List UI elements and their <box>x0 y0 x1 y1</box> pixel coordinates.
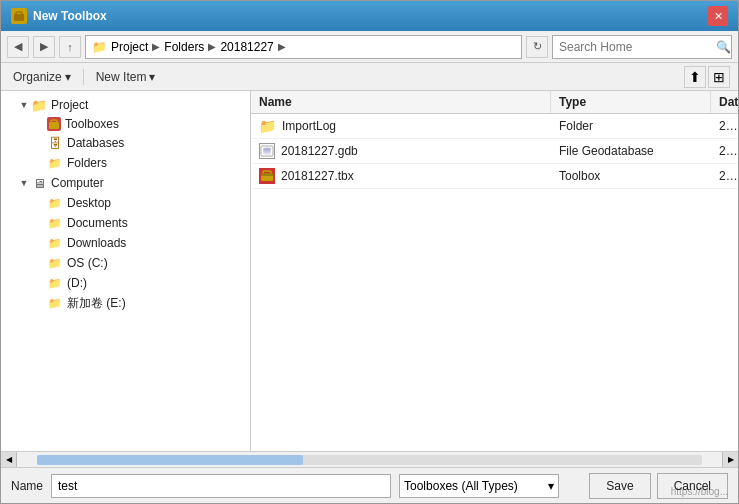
type-dropdown[interactable]: Toolboxes (All Types) ▾ <box>399 474 559 498</box>
col-header-type[interactable]: Type <box>551 91 711 113</box>
search-box: 🔍 <box>552 35 732 59</box>
project-folder-icon: 📁 <box>31 97 47 113</box>
dialog-window: New Toolbox ✕ ◀ ▶ ↑ 📁 Project ▶ Folders … <box>0 0 739 504</box>
scroll-left-button[interactable]: ◀ <box>1 452 17 467</box>
file-name-importlog: 📁 ImportLog <box>251 114 551 138</box>
sidebar-item-os-c[interactable]: 📁 OS (C:) <box>1 253 250 273</box>
organize-button[interactable]: Organize ▾ <box>9 68 75 86</box>
file-date-importlog: 2018 <box>711 115 738 137</box>
scrollbar-track[interactable] <box>37 455 702 465</box>
sidebar-item-os-c-label: OS (C:) <box>67 256 108 270</box>
dialog-title: New Toolbox <box>33 9 107 23</box>
computer-icon: 🖥 <box>31 175 47 191</box>
svg-rect-1 <box>16 12 22 15</box>
type-dropdown-label: Toolboxes (All Types) <box>404 479 518 493</box>
file-type-importlog: Folder <box>551 115 711 137</box>
file-row-gdb[interactable]: 20181227.gdb File Geodatabase 2019 <box>251 139 738 164</box>
sidebar-item-documents[interactable]: 📁 Documents <box>1 213 250 233</box>
tbx-icon <box>259 168 275 184</box>
sidebar-item-computer[interactable]: ▼ 🖥 Computer <box>1 173 250 193</box>
file-row-tbx[interactable]: 20181227.tbx Toolbox 2018 <box>251 164 738 189</box>
back-button[interactable]: ◀ <box>7 36 29 58</box>
breadcrumb-part-1: Project <box>111 40 148 54</box>
os-c-expand <box>33 256 47 270</box>
sidebar-item-folders-label: Folders <box>67 156 107 170</box>
organize-label: Organize <box>13 70 62 84</box>
desktop-icon: 📁 <box>47 195 63 211</box>
sidebar-item-databases-label: Databases <box>67 136 124 150</box>
gdb-icon <box>259 143 275 159</box>
sidebar-item-project-label: Project <box>51 98 88 112</box>
svg-point-7 <box>263 152 271 155</box>
breadcrumb-folder-icon: 📁 <box>92 40 107 54</box>
d-drive-icon: 📁 <box>47 275 63 291</box>
breadcrumb-part-3: 20181227 <box>220 40 273 54</box>
action-sep <box>83 69 84 85</box>
documents-icon: 📁 <box>47 215 63 231</box>
save-button[interactable]: Save <box>589 473 650 499</box>
nav-toolbar: ◀ ▶ ↑ 📁 Project ▶ Folders ▶ 20181227 ▶ ↻… <box>1 31 738 63</box>
databases-icon: 🗄 <box>47 135 63 151</box>
d-drive-expand <box>33 276 47 290</box>
main-content: ▼ 📁 Project Toolboxes 🗄 Databases 📁 Fold… <box>1 91 738 451</box>
organize-arrow: ▾ <box>65 70 71 84</box>
sidebar-item-documents-label: Documents <box>67 216 128 230</box>
downloads-icon: 📁 <box>47 235 63 251</box>
file-list-header: Name Type Date <box>251 91 738 114</box>
sidebar-item-d-drive[interactable]: 📁 (D:) <box>1 273 250 293</box>
sidebar-item-downloads-label: Downloads <box>67 236 126 250</box>
sidebar-item-databases[interactable]: 🗄 Databases <box>1 133 250 153</box>
sidebar-item-toolboxes-label: Toolboxes <box>65 117 119 131</box>
computer-expand-icon: ▼ <box>17 176 31 190</box>
file-list: Name Type Date 📁 ImportLog Folder 2018 <box>251 91 738 451</box>
file-name-tbx: 20181227.tbx <box>251 164 551 188</box>
sidebar-item-e-drive[interactable]: 📁 新加卷 (E:) <box>1 293 250 314</box>
name-input[interactable] <box>51 474 391 498</box>
up-button[interactable]: ↑ <box>59 36 81 58</box>
folders-expand <box>33 156 47 170</box>
sidebar-item-toolboxes[interactable]: Toolboxes <box>1 115 250 133</box>
sidebar-item-e-drive-label: 新加卷 (E:) <box>67 295 126 312</box>
importlog-icon: 📁 <box>259 118 276 134</box>
col-header-name[interactable]: Name <box>251 91 551 113</box>
folders-icon: 📁 <box>47 155 63 171</box>
desktop-expand <box>33 196 47 210</box>
toolboxes-expand <box>33 117 47 131</box>
downloads-expand <box>33 236 47 250</box>
sidebar-item-downloads[interactable]: 📁 Downloads <box>1 233 250 253</box>
breadcrumb-part-2: Folders <box>164 40 204 54</box>
sort-up-button[interactable]: ⬆ <box>684 66 706 88</box>
grid-view-button[interactable]: ⊞ <box>708 66 730 88</box>
actions-row: Organize ▾ New Item ▾ ⬆ ⊞ <box>1 63 738 91</box>
breadcrumb-sep-2: ▶ <box>208 41 216 52</box>
sidebar-item-desktop-label: Desktop <box>67 196 111 210</box>
breadcrumb-sep-3: ▶ <box>278 41 286 52</box>
breadcrumb[interactable]: 📁 Project ▶ Folders ▶ 20181227 ▶ <box>85 35 522 59</box>
sidebar-item-folders[interactable]: 📁 Folders <box>1 153 250 173</box>
project-expand-icon: ▼ <box>17 98 31 112</box>
search-input[interactable] <box>553 36 715 58</box>
file-row-importlog[interactable]: 📁 ImportLog Folder 2018 <box>251 114 738 139</box>
sidebar: ▼ 📁 Project Toolboxes 🗄 Databases 📁 Fold… <box>1 91 251 451</box>
forward-button[interactable]: ▶ <box>33 36 55 58</box>
e-drive-expand <box>33 297 47 311</box>
toolboxes-icon <box>47 117 61 131</box>
sidebar-item-project[interactable]: ▼ 📁 Project <box>1 95 250 115</box>
col-header-date[interactable]: Date <box>711 91 738 113</box>
title-bar: New Toolbox ✕ <box>1 1 738 31</box>
file-type-tbx: Toolbox <box>551 165 711 187</box>
new-item-arrow: ▾ <box>149 70 155 84</box>
close-button[interactable]: ✕ <box>708 6 728 26</box>
bottom-bar: Name Toolboxes (All Types) ▾ Save Cancel <box>1 467 738 503</box>
databases-expand <box>33 136 47 150</box>
breadcrumb-sep-1: ▶ <box>152 41 160 52</box>
sidebar-item-desktop[interactable]: 📁 Desktop <box>1 193 250 213</box>
file-type-gdb: File Geodatabase <box>551 140 711 162</box>
cancel-button[interactable]: Cancel <box>657 473 728 499</box>
scroll-right-button[interactable]: ▶ <box>722 452 738 467</box>
search-icon-button[interactable]: 🔍 <box>715 36 731 58</box>
name-label: Name <box>11 479 43 493</box>
new-item-button[interactable]: New Item ▾ <box>92 68 160 86</box>
refresh-button[interactable]: ↻ <box>526 36 548 58</box>
horizontal-scrollbar[interactable]: ◀ ▶ <box>1 451 738 467</box>
